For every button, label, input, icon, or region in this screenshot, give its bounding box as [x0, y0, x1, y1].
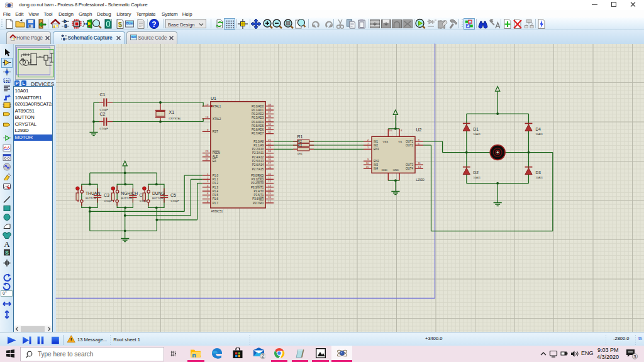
svg-text:P2.0/A8: P2.0/A8 — [253, 140, 264, 143]
svg-text:10A01: 10A01 — [474, 133, 481, 136]
svg-text:21: 21 — [268, 138, 271, 141]
svg-text:14: 14 — [268, 188, 271, 191]
svg-text:3: 3 — [633, 354, 636, 359]
svg-text:D2: D2 — [474, 170, 479, 175]
svg-text:P2.1/A9: P2.1/A9 — [253, 144, 264, 147]
svg-text:P1.2: P1.2 — [213, 182, 219, 185]
svg-text:13: 13 — [268, 184, 271, 187]
svg-text:P1.3: P1.3 — [213, 186, 219, 189]
svg-text:0.50pF: 0.50pF — [171, 199, 180, 202]
svg-text:P0.0/AD0: P0.0/AD0 — [252, 105, 264, 108]
svg-text:6: 6 — [207, 192, 209, 195]
svg-text:PSEN: PSEN — [213, 151, 220, 155]
svg-text:R2: R2 — [297, 140, 302, 143]
svg-text:BUTTON: BUTTON — [121, 197, 131, 200]
svg-text:9: 9 — [207, 128, 209, 131]
svg-text:9: 9 — [367, 158, 369, 161]
svg-text:1: 1 — [367, 146, 369, 149]
svg-text:P2.5/A13: P2.5/A13 — [252, 160, 264, 163]
svg-text:CRYSTAL: CRYSTAL — [169, 117, 182, 120]
svg-text:IN4: IN4 — [374, 167, 379, 170]
svg-text:VSS: VSS — [383, 140, 389, 143]
svg-text:11: 11 — [268, 176, 271, 179]
svg-text:18: 18 — [206, 116, 209, 119]
svg-text:BUTTON: BUTTON — [86, 197, 96, 200]
svg-text:P3.3/INT1: P3.3/INT1 — [251, 186, 264, 189]
svg-text:10A01: 10A01 — [536, 133, 543, 136]
svg-text:2: 2 — [262, 353, 265, 359]
svg-text:Root sheet 1: Root sheet 1 — [113, 337, 140, 343]
svg-text:P3.4/T0: P3.4/T0 — [253, 190, 264, 193]
svg-text:P3.6/WR: P3.6/WR — [252, 197, 264, 200]
svg-text:P2.7/A15: P2.7/A15 — [252, 168, 264, 171]
svg-text:P1.6: P1.6 — [213, 197, 219, 200]
svg-text:OUT1: OUT1 — [406, 140, 413, 143]
svg-text:3: 3 — [418, 138, 420, 141]
svg-text:EN2: EN2 — [374, 160, 379, 163]
svg-text:P3.0/RXD: P3.0/RXD — [251, 174, 264, 177]
svg-text:XTAL1: XTAL1 — [213, 105, 221, 108]
svg-text:C3: C3 — [104, 193, 109, 197]
svg-text:DUNG: DUNG — [152, 191, 165, 195]
svg-text:1: 1 — [207, 172, 209, 175]
svg-text:37: 37 — [268, 111, 271, 114]
svg-text:10A01: 10A01 — [474, 176, 481, 179]
svg-text:EA: EA — [213, 160, 216, 163]
svg-text:36: 36 — [268, 114, 271, 118]
svg-text:16: 16 — [268, 195, 271, 199]
svg-text:C2: C2 — [100, 112, 106, 116]
svg-text:P3.2/INT0: P3.2/INT0 — [251, 182, 264, 185]
svg-text:D1: D1 — [474, 127, 479, 131]
svg-text:P3.7/RD: P3.7/RD — [253, 202, 264, 205]
svg-text:3: 3 — [207, 180, 209, 183]
svg-text:XTAL2: XTAL2 — [213, 118, 221, 121]
svg-text:P1.4: P1.4 — [213, 190, 219, 193]
svg-text:31: 31 — [206, 158, 209, 161]
svg-text:12: 12 — [268, 180, 271, 183]
svg-text:15: 15 — [268, 192, 271, 195]
svg-text:C1: C1 — [100, 92, 106, 97]
svg-text:P3.1/TXD: P3.1/TXD — [252, 178, 264, 181]
svg-text:27: 27 — [268, 162, 271, 165]
svg-text:7: 7 — [207, 195, 209, 199]
svg-text:13 Message...: 13 Message... — [77, 337, 107, 343]
svg-text:R3: R3 — [297, 143, 302, 147]
svg-text:THUAN: THUAN — [86, 191, 101, 195]
svg-text:35: 35 — [268, 119, 271, 122]
svg-text:16: 16 — [389, 129, 392, 132]
svg-text:IN3: IN3 — [374, 163, 379, 167]
svg-text:39: 39 — [268, 103, 271, 106]
svg-text:28: 28 — [268, 166, 271, 169]
svg-text:!: ! — [70, 337, 72, 343]
svg-text:VS: VS — [398, 140, 402, 143]
svg-text:6: 6 — [418, 142, 420, 145]
svg-text:8: 8 — [401, 129, 402, 132]
svg-text:L293D: L293D — [416, 178, 425, 182]
svg-text:NGHICH: NGHICH — [121, 191, 138, 195]
svg-text:P2.2/A10: P2.2/A10 — [252, 148, 264, 151]
svg-text:10: 10 — [268, 172, 271, 175]
svg-text:X1: X1 — [169, 110, 175, 114]
svg-text:23: 23 — [268, 146, 271, 149]
svg-text:R1: R1 — [297, 134, 303, 139]
svg-text:34: 34 — [268, 123, 271, 126]
svg-text:0.50pF: 0.50pF — [100, 108, 109, 111]
svg-text:19: 19 — [206, 103, 209, 106]
svg-text:10A01: 10A01 — [536, 176, 543, 179]
svg-text:P0.4/AD4: P0.4/AD4 — [252, 121, 264, 124]
svg-text:P0.3/AD3: P0.3/AD3 — [252, 116, 264, 119]
svg-text:8: 8 — [207, 200, 209, 203]
svg-text:P1.5: P1.5 — [213, 194, 219, 197]
svg-text:OUT3: OUT3 — [406, 163, 413, 167]
svg-text:D4: D4 — [536, 127, 541, 131]
svg-text:ALE: ALE — [213, 155, 218, 158]
svg-text:IN1: IN1 — [374, 140, 379, 143]
svg-text:BUTTON: BUTTON — [152, 197, 163, 200]
svg-text:P2.4/A12: P2.4/A12 — [252, 156, 264, 159]
svg-text:25: 25 — [268, 154, 271, 157]
svg-text:22: 22 — [268, 142, 271, 145]
svg-text:IN2: IN2 — [374, 144, 379, 147]
svg-text:U2: U2 — [416, 128, 422, 132]
svg-text:EN1: EN1 — [374, 148, 379, 151]
svg-text:2: 2 — [367, 138, 369, 141]
